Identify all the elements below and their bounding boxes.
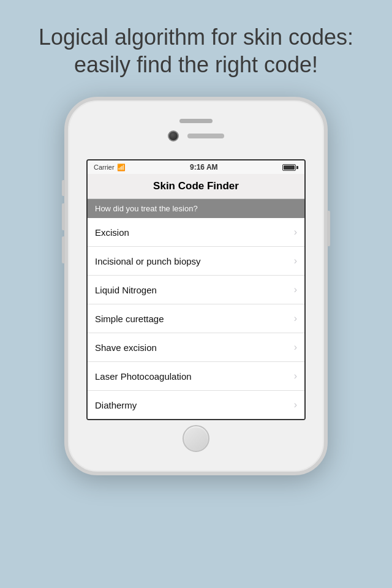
mute-button [62, 180, 65, 196]
battery-tip [296, 166, 298, 169]
list-item-label: Shave excision [95, 342, 157, 353]
list-item-label: Excision [95, 227, 129, 238]
camera-row [168, 130, 224, 141]
list-item-label: Laser Photocoagulation [95, 371, 192, 382]
nav-bar: Skin Code Finder [88, 174, 304, 199]
list-item[interactable]: Simple curettage › [88, 304, 304, 333]
list-item[interactable]: Laser Photocoagulation › [88, 362, 304, 391]
phone-shell: Carrier 📶 9:16 AM Skin Code Finder How d… [64, 97, 328, 475]
nav-title: Skin Code Finder [153, 180, 239, 192]
section-header-label: How did you treat the lesion? [95, 204, 198, 213]
chevron-right-icon: › [294, 255, 297, 266]
list-item-label: Incisional or punch biopsy [95, 256, 201, 266]
chevron-right-icon: › [294, 284, 297, 295]
volume-down-button [62, 236, 65, 263]
front-camera [168, 130, 179, 141]
chevron-right-icon: › [294, 342, 297, 353]
list: Excision › Incisional or punch biopsy › … [88, 218, 304, 419]
chevron-right-icon: › [294, 399, 297, 410]
list-item-label: Diathermy [95, 400, 137, 410]
list-item[interactable]: Liquid Nitrogen › [88, 276, 304, 304]
status-bar: Carrier 📶 9:16 AM [88, 160, 304, 174]
list-item-label: Liquid Nitrogen [95, 285, 157, 295]
home-button[interactable] [183, 425, 209, 452]
phone-screen: Carrier 📶 9:16 AM Skin Code Finder How d… [86, 159, 306, 420]
phone-top-bezel [68, 100, 324, 159]
list-item[interactable]: Shave excision › [88, 333, 304, 362]
microphone [187, 134, 224, 138]
battery-icon [282, 164, 298, 171]
chevron-right-icon: › [294, 313, 297, 324]
wifi-icon: 📶 [117, 164, 126, 172]
status-left: Carrier 📶 [94, 164, 126, 172]
status-time: 9:16 AM [190, 163, 218, 172]
chevron-right-icon: › [294, 371, 297, 382]
volume-up-button [62, 203, 65, 230]
carrier-label: Carrier [94, 164, 115, 171]
battery-fill [284, 165, 295, 170]
phone-bottom-bezel [68, 420, 324, 457]
headline: Logical algorithm for skin codes: easily… [18, 23, 374, 78]
earpiece-speaker [179, 119, 213, 123]
section-header: How did you treat the lesion? [88, 199, 304, 218]
power-button [327, 211, 330, 246]
chevron-right-icon: › [294, 227, 297, 238]
list-item[interactable]: Diathermy › [88, 391, 304, 419]
list-item[interactable]: Excision › [88, 218, 304, 247]
list-item[interactable]: Incisional or punch biopsy › [88, 247, 304, 276]
list-item-label: Simple curettage [95, 314, 164, 324]
battery-body [282, 164, 296, 171]
